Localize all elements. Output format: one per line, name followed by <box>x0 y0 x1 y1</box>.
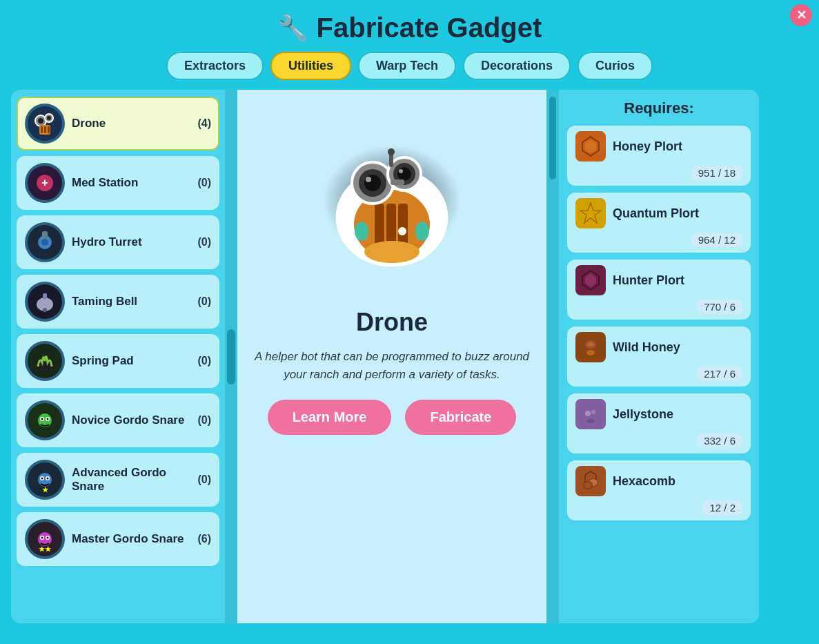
svg-point-4 <box>47 116 51 120</box>
tab-bar: Extractors Utilities Warp Tech Decoratio… <box>0 52 819 80</box>
svg-rect-18 <box>43 293 47 299</box>
ingredient-row: Jellystone <box>575 399 742 429</box>
svg-point-58 <box>397 167 411 181</box>
svg-point-21 <box>34 362 56 371</box>
svg-point-49 <box>398 227 406 235</box>
svg-rect-60 <box>391 179 404 185</box>
hexacomb-icon <box>575 466 606 496</box>
svg-point-74 <box>591 410 595 414</box>
jellystone-icon <box>575 399 606 429</box>
page-title: Fabricate Gadget <box>317 12 542 43</box>
tab-extractors[interactable]: Extractors <box>166 52 264 80</box>
gadget-count-hydro-turret: (0) <box>197 236 211 248</box>
gadget-name-drone: Drone <box>72 117 190 130</box>
svg-point-33 <box>47 478 49 480</box>
ingredient-row: Hunter Plort <box>575 265 742 295</box>
drone-svg <box>302 110 482 290</box>
svg-text:★: ★ <box>42 486 49 494</box>
gadget-item-spring-pad[interactable]: Spring Pad (0) <box>17 334 219 388</box>
tab-curios[interactable]: Curios <box>578 52 653 80</box>
jellystone-count: 332 / 6 <box>697 433 742 448</box>
ingredient-jellystone: Jellystone 332 / 6 <box>567 393 751 453</box>
gadget-icon-taming-bell <box>25 282 65 322</box>
gadget-list: Drone (4) + Med Station (0) <box>11 90 225 623</box>
tab-decorations[interactable]: Decorations <box>463 52 571 80</box>
list-scrollbar[interactable] <box>225 90 237 623</box>
ingredient-row: Hexacomb <box>575 466 742 496</box>
main-area: Drone (4) + Med Station (0) <box>0 90 819 623</box>
gadget-item-med-station[interactable]: + Med Station (0) <box>17 156 219 210</box>
gadget-count-taming-bell: (0) <box>197 295 211 308</box>
close-icon: ✕ <box>796 8 807 23</box>
header-icon: 🔧 <box>277 14 308 43</box>
gadget-item-advanced-gordo-snare[interactable]: ★ Advanced Gordo Snare (0) <box>17 453 219 507</box>
requirements-panel: Requires: Honey Plort 951 / 18 <box>559 90 759 623</box>
scrollbar-thumb <box>227 329 235 384</box>
right-scrollbar[interactable] <box>546 90 559 623</box>
svg-marker-78 <box>584 481 592 489</box>
close-button[interactable]: ✕ <box>790 4 812 26</box>
hexacomb-name: Hexacomb <box>613 474 675 489</box>
svg-point-48 <box>364 241 420 263</box>
svg-point-71 <box>586 350 595 355</box>
ingredient-wild-honey: Wild Honey 217 / 6 <box>567 326 751 387</box>
ingredient-hunter-plort: Hunter Plort 770 / 6 <box>567 260 751 320</box>
svg-point-70 <box>587 342 594 347</box>
honey-plort-count: 951 / 18 <box>691 166 742 180</box>
ingredient-hexacomb: Hexacomb 12 / 2 <box>567 460 751 520</box>
svg-point-75 <box>586 419 595 423</box>
fabricate-button[interactable]: Fabricate <box>405 400 516 435</box>
svg-point-59 <box>399 169 403 173</box>
ingredient-quantum-plort: Quantum Plort 964 / 12 <box>567 193 751 253</box>
hunter-plort-count: 770 / 6 <box>697 300 742 314</box>
svg-point-26 <box>41 418 43 420</box>
gadget-name-advanced-gordo-snare: Advanced Gordo Snare <box>72 466 190 494</box>
gadget-item-master-gordo-snare[interactable]: ★★ Master Gordo Snare (6) <box>17 512 219 566</box>
gadget-count-novice-gordo-snare: (0) <box>197 414 211 427</box>
ingredient-row: Honey Plort <box>575 131 742 162</box>
gadget-item-novice-gordo-snare[interactable]: Novice Gordo Snare (0) <box>17 393 219 447</box>
svg-text:★★: ★★ <box>39 545 52 553</box>
svg-rect-7 <box>44 126 46 133</box>
learn-more-button[interactable]: Learn More <box>268 400 392 435</box>
wild-honey-name: Wild Honey <box>613 340 680 355</box>
page-header: 🔧 Fabricate Gadget <box>0 0 819 52</box>
svg-point-19 <box>43 308 47 312</box>
detail-title: Drone <box>356 308 428 337</box>
gadget-icon-hydro-turret <box>25 222 65 262</box>
svg-rect-45 <box>375 204 384 245</box>
wild-honey-icon <box>575 332 606 362</box>
svg-point-3 <box>38 118 43 124</box>
quantum-plort-icon <box>575 198 606 228</box>
gadget-name-spring-pad: Spring Pad <box>72 354 190 368</box>
quantum-plort-count: 964 / 12 <box>691 233 742 247</box>
gadget-name-master-gordo-snare: Master Gordo Snare <box>72 532 190 546</box>
svg-point-51 <box>415 222 429 241</box>
svg-text:+: + <box>41 177 48 188</box>
ingredient-row: Wild Honey <box>575 332 742 362</box>
right-scrollbar-thumb <box>549 97 556 179</box>
honey-plort-name: Honey Plort <box>613 139 682 154</box>
jellystone-name: Jellystone <box>613 407 673 422</box>
svg-point-55 <box>366 177 371 182</box>
gadget-name-med-station: Med Station <box>72 176 190 190</box>
gadget-item-hydro-turret[interactable]: Hydro Turret (0) <box>17 215 219 269</box>
svg-rect-8 <box>48 126 50 133</box>
svg-point-15 <box>41 239 48 246</box>
gadget-count-advanced-gordo-snare: (0) <box>197 474 211 486</box>
svg-point-50 <box>355 222 368 241</box>
action-buttons: Learn More Fabricate <box>268 400 517 435</box>
tab-warp-tech[interactable]: Warp Tech <box>358 52 456 80</box>
svg-rect-46 <box>386 204 396 245</box>
tab-utilities[interactable]: Utilities <box>270 52 351 80</box>
gadget-name-taming-bell: Taming Bell <box>72 295 190 309</box>
quantum-plort-name: Quantum Plort <box>613 206 699 221</box>
gadget-item-taming-bell[interactable]: Taming Bell (0) <box>17 275 219 329</box>
gadget-icon-advanced-gordo-snare: ★ <box>25 460 65 500</box>
hunter-plort-icon <box>575 265 606 295</box>
panels-wrapper: Drone (4) + Med Station (0) <box>11 90 759 623</box>
svg-point-62 <box>388 148 395 155</box>
gadget-item-drone[interactable]: Drone (4) <box>17 97 219 150</box>
gadget-count-spring-pad: (0) <box>197 355 211 367</box>
svg-point-39 <box>41 537 43 539</box>
